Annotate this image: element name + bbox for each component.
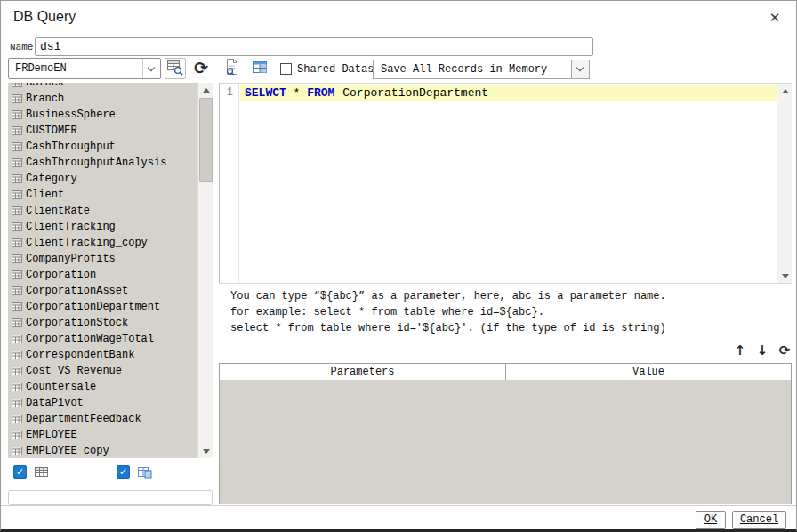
table-list-item[interactable]: Corporation	[8, 267, 197, 283]
parameters-table-body[interactable]	[219, 380, 792, 504]
table-icon	[12, 157, 22, 168]
table-list-item[interactable]: CompanyProfits	[8, 251, 197, 267]
scroll-down-icon[interactable]	[198, 444, 213, 458]
editor-scrollbar[interactable]	[777, 84, 792, 283]
table-list-item[interactable]: Countersale	[8, 379, 197, 395]
scroll-up-icon[interactable]	[198, 83, 213, 97]
parameter-help: You can type “${abc}” as a parameter, he…	[219, 283, 792, 338]
table-icon	[12, 334, 22, 344]
table-list-item[interactable]: CashThroughput	[8, 139, 197, 155]
tables-icon	[35, 465, 48, 479]
sql-editor[interactable]: 1 SELWCT * FROM CorporationDepartment	[219, 83, 792, 283]
table-icon	[12, 350, 22, 360]
table-name: DepartmentFeedback	[26, 413, 141, 425]
help-line: for example: select * from table where i…	[219, 304, 792, 320]
table-icon	[12, 125, 22, 136]
table-list-item[interactable]: DataPivot	[8, 395, 197, 411]
table-icon	[12, 206, 22, 216]
table-list-item[interactable]: BusinessSphere	[8, 107, 197, 123]
refresh-parameters-button[interactable]: ⟳	[775, 341, 794, 360]
database-dropdown-arrow[interactable]	[142, 59, 160, 78]
dataset-grid-button[interactable]	[250, 60, 270, 79]
table-name: CashThroughputAnalysis	[26, 157, 166, 169]
line-number-gutter: 1	[220, 84, 239, 283]
table-name: ClientTracking_copy	[26, 237, 148, 249]
table-list-item[interactable]: Cost_VS_Revenue	[8, 363, 197, 379]
table-list-item[interactable]: BStock	[8, 83, 197, 91]
table-list-item[interactable]: CorporationAsset	[8, 283, 197, 299]
table-list-item[interactable]: Category	[8, 171, 197, 187]
name-input[interactable]	[35, 37, 593, 56]
table-search-button[interactable]	[165, 58, 186, 79]
table-icon	[12, 238, 22, 248]
table-icon	[12, 302, 22, 312]
page-magnifier-icon	[223, 63, 241, 78]
table-list-scrollbar[interactable]	[197, 83, 213, 458]
refresh-icon: ⟳	[194, 58, 208, 77]
table-list-hscrollbar[interactable]	[8, 490, 213, 505]
table-icon	[12, 446, 22, 456]
scrollbar-thumb[interactable]	[199, 98, 213, 182]
table-name: Category	[26, 173, 77, 185]
table-name: Countersale	[26, 381, 96, 393]
table-name: CorporationAsset	[26, 285, 128, 297]
title-bar[interactable]: DB Query ✕	[1, 1, 796, 35]
table-list-item[interactable]: EMPLOYEE_copy	[8, 443, 197, 458]
table-list-item[interactable]: ClientTracking	[8, 219, 197, 235]
show-tables-checkbox[interactable]: ✓	[13, 465, 27, 479]
move-down-button[interactable]: ↓	[753, 341, 772, 360]
table-list-item[interactable]: CashThroughputAnalysis	[8, 155, 197, 171]
chevron-down-icon	[576, 64, 584, 71]
table-name: CorrespondentBank	[26, 349, 134, 361]
table-name: CorporationDepartment	[26, 301, 160, 313]
refresh-tables-button[interactable]: ⟳	[189, 56, 213, 79]
table-list-item[interactable]: DepartmentFeedback	[8, 411, 197, 427]
table-name: EMPLOYEE_copy	[26, 445, 109, 457]
dialog-title: DB Query	[13, 9, 76, 25]
table-list-item[interactable]: ClientRate	[8, 203, 197, 219]
table-icon	[12, 286, 22, 296]
table-name: BStock	[26, 83, 64, 89]
table-name: Corporation	[26, 269, 96, 281]
sql-text	[334, 86, 342, 100]
table-list-item[interactable]: CUSTOMER	[8, 123, 197, 139]
sql-keyword: FROM	[307, 86, 334, 100]
ok-button[interactable]: OK	[696, 511, 726, 529]
table-name: CUSTOMER	[26, 125, 77, 137]
table-list-item[interactable]: CorporationStock	[8, 315, 197, 331]
shared-dataset-checkbox[interactable]	[280, 63, 292, 75]
table-name: DataPivot	[26, 397, 84, 409]
preview-sql-button[interactable]	[221, 58, 243, 79]
views-icon	[138, 465, 152, 480]
table-list-item[interactable]: Client	[8, 187, 197, 203]
db-query-dialog: DB Query ✕ Name: FRDemoEN ⟳ BStockBranch…	[0, 0, 797, 532]
table-icon	[12, 398, 22, 408]
cancel-button[interactable]: Cancel	[732, 511, 786, 529]
table-icon	[12, 430, 22, 440]
close-icon[interactable]: ✕	[762, 7, 787, 28]
sql-table-name: CorporationDepartment	[342, 86, 488, 100]
table-list-item[interactable]: CorporationDepartment	[8, 299, 197, 315]
scroll-up-icon[interactable]	[777, 84, 793, 98]
table-list-item[interactable]: Branch	[8, 91, 197, 107]
show-views-checkbox[interactable]: ✓	[117, 465, 130, 479]
column-header-parameters: Parameters	[220, 364, 505, 380]
table-list-item[interactable]: EMPLOYEE	[8, 427, 197, 443]
table-list-item[interactable]: ClientTracking_copy	[8, 235, 197, 251]
help-line: You can type “${abc}” as a parameter, he…	[219, 284, 792, 304]
storage-mode-dropdown[interactable]: Save All Records in Memory	[373, 60, 590, 79]
scroll-down-icon[interactable]	[777, 269, 793, 283]
table-name: CompanyProfits	[26, 253, 116, 265]
database-dropdown-value: FRDemoEN	[15, 62, 67, 75]
chevron-down-icon	[148, 64, 155, 71]
storage-dropdown-arrow[interactable]	[571, 60, 589, 78]
table-name: ClientRate	[26, 205, 90, 217]
table-list-item[interactable]: CorrespondentBank	[8, 347, 197, 363]
table-list-item[interactable]: CorporationWageTotal	[8, 331, 197, 347]
table-list-panel: BStockBranchBusinessSphereCUSTOMERCashTh…	[8, 83, 213, 458]
table-icon	[12, 382, 22, 392]
move-up-button[interactable]: ↑	[730, 341, 750, 360]
column-header-value: Value	[505, 364, 791, 380]
sql-keyword: SELWCT	[245, 86, 286, 100]
database-dropdown[interactable]: FRDemoEN	[8, 58, 161, 79]
